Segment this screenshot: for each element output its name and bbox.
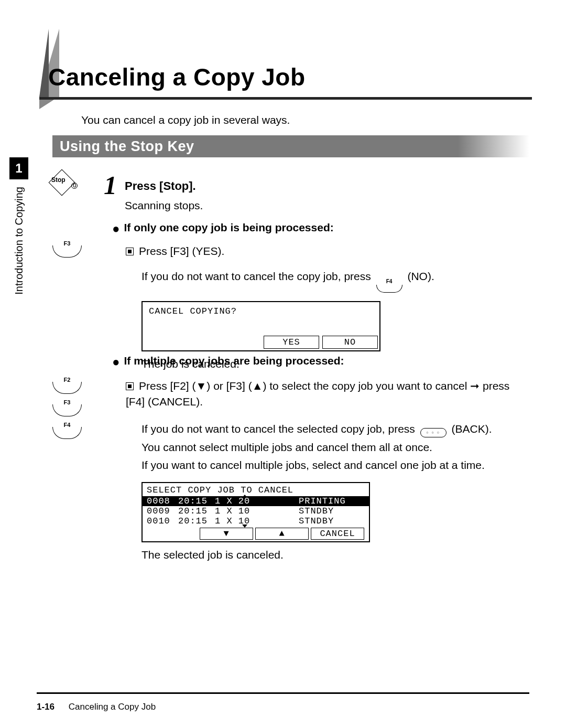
case-single-note: If you do not want to cancel the copy jo… — [142, 269, 531, 293]
step-number: 1 — [104, 170, 117, 200]
step-body: Scanning stops. — [125, 199, 528, 212]
back-inline-icon: ○ ○ ○ — [420, 428, 447, 437]
banner-triangle-dark — [39, 29, 49, 97]
case-multiple-note-2: You cannot select multiple jobs and canc… — [142, 440, 531, 455]
case-multiple-note-3: If you want to cancel multiple jobs, sel… — [142, 457, 531, 473]
job-id: 0010 — [147, 516, 178, 526]
footer-rule — [37, 692, 529, 694]
lcd-no-button: NO — [322, 336, 378, 349]
chapter-label: Introduction to Copying — [13, 187, 25, 295]
case-multiple-action-text: Press [F2] (▼) or [F3] (▲) to select the… — [126, 380, 509, 408]
lcd-job-list: SELECT COPY JOB TO CANCEL 0008 20:15 1 X… — [142, 482, 370, 542]
lcd-cancel-dialog: CANCEL COPYING? YES NO — [142, 301, 380, 351]
lcd-job-row: 0008 20:15 1 X 20 PRINTING — [143, 496, 369, 506]
job-status: STNDBY — [299, 516, 365, 526]
footer-title: Canceling a Copy Job — [69, 702, 156, 712]
step-1: 1 Press [Stop]. Scanning stops. — [104, 172, 528, 212]
case-single-heading: ●If only one copy job is being processed… — [112, 221, 531, 234]
job-qty: 1 X 10 — [215, 506, 299, 516]
page-number: 1-16 — [37, 702, 55, 712]
lcd-job-row: 0010 20:15 1 X 10 STNDBY — [143, 516, 369, 526]
job-id: 0009 — [147, 506, 178, 516]
f2-key-icon: F2 — [52, 377, 82, 394]
job-status: PRINTING — [299, 496, 365, 506]
case-multiple-conclusion: The selected job is canceled. — [142, 549, 531, 561]
lcd-yes-button: YES — [264, 336, 319, 349]
lcd-list-title: SELECT COPY JOB TO CANCEL — [143, 483, 369, 496]
case-single-action: Press [F3] (YES). — [126, 245, 531, 258]
case-single-action-text: Press [F3] (YES). — [139, 245, 224, 257]
footer: 1-16 Canceling a Copy Job — [37, 702, 156, 712]
lcd-up-button: ▲ — [255, 528, 309, 540]
case-multiple: ●If multiple copy jobs are being process… — [112, 355, 531, 561]
bullet-icon — [126, 382, 134, 390]
side-tab: 1 Introduction to Copying — [9, 157, 28, 295]
job-time: 20:15 — [178, 516, 215, 526]
note1-b: (BACK). — [452, 423, 492, 435]
f3-key-icon: F3 — [52, 240, 82, 258]
job-qty: 1 X 20 — [215, 496, 299, 506]
stop-key-icon: Stop — [52, 173, 71, 194]
page-title: Canceling a Copy Job — [48, 63, 306, 91]
lcd-message: CANCEL COPYING? — [143, 302, 379, 334]
note-text-b: (NO). — [407, 270, 434, 282]
f4-inline-icon: F4 — [376, 278, 402, 293]
section-heading-text: Using the Stop Key — [60, 138, 194, 155]
intro-text: You can cancel a copy job in several way… — [81, 114, 290, 126]
fkey-stack: F2 F3 F4 — [52, 377, 82, 439]
case-multiple-heading-text: If multiple copy jobs are being processe… — [124, 355, 344, 367]
lcd-down-button: ▼ — [200, 528, 253, 540]
job-qty: 1 X 10 — [215, 516, 299, 526]
job-status: STNDBY — [299, 506, 365, 516]
job-id: 0008 — [147, 496, 178, 506]
lcd-job-row: 0009 20:15 1 X 10 STNDBY — [143, 506, 369, 516]
section-heading: Using the Stop Key — [52, 135, 529, 157]
banner-tail — [39, 100, 54, 109]
chapter-number: 1 — [9, 157, 28, 179]
note-text-a: If you do not want to cancel the copy jo… — [142, 270, 374, 282]
banner-rule — [39, 97, 532, 100]
bullet-icon — [126, 248, 134, 255]
f4-key-icon: F4 — [52, 422, 82, 439]
case-multiple-heading: ●If multiple copy jobs are being process… — [112, 355, 531, 367]
case-single: ●If only one copy job is being processed… — [112, 221, 531, 370]
job-time: 20:15 — [178, 506, 215, 516]
page-banner: Canceling a Copy Job — [39, 29, 532, 97]
f3-key-icon-2: F3 — [52, 399, 82, 416]
case-multiple-note-1: If you do not want to cancel the selecte… — [142, 421, 531, 437]
case-multiple-action: Press [F2] (▼) or [F3] (▲) to select the… — [126, 378, 531, 410]
job-time: 20:15 — [178, 496, 215, 506]
step-heading: Press [Stop]. — [125, 179, 528, 193]
case-single-heading-text: If only one copy job is being processed: — [124, 221, 334, 233]
lcd-cancel-button: CANCEL — [311, 528, 364, 540]
note1-a: If you do not want to cancel the selecte… — [142, 423, 418, 435]
